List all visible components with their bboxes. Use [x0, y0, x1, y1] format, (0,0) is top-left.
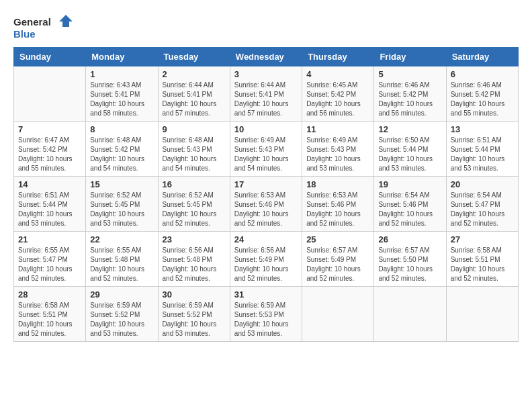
- day-number: 30: [163, 289, 226, 300]
- calendar-cell: 20Sunrise: 6:54 AMSunset: 5:47 PMDayligh…: [446, 177, 518, 232]
- weekday-header: Tuesday: [158, 48, 230, 66]
- day-info: Sunrise: 6:50 AMSunset: 5:44 PMDaylight:…: [378, 136, 441, 173]
- day-number: 24: [234, 234, 298, 244]
- calendar-cell: [14, 66, 86, 122]
- day-info: Sunrise: 6:59 AMSunset: 5:52 PMDaylight:…: [90, 301, 153, 338]
- day-info: Sunrise: 6:59 AMSunset: 5:52 PMDaylight:…: [163, 301, 226, 338]
- svg-marker-1: [59, 15, 73, 27]
- calendar-cell: 6Sunrise: 6:46 AMSunset: 5:42 PMDaylight…: [446, 66, 518, 122]
- calendar-cell: 19Sunrise: 6:54 AMSunset: 5:46 PMDayligh…: [374, 177, 446, 232]
- day-info: Sunrise: 6:46 AMSunset: 5:42 PMDaylight:…: [451, 81, 514, 118]
- calendar-cell: 4Sunrise: 6:45 AMSunset: 5:42 PMDaylight…: [302, 66, 374, 122]
- calendar-cell: 11Sunrise: 6:49 AMSunset: 5:43 PMDayligh…: [302, 122, 374, 177]
- calendar-cell: 16Sunrise: 6:52 AMSunset: 5:45 PMDayligh…: [158, 177, 230, 232]
- day-info: Sunrise: 6:48 AMSunset: 5:43 PMDaylight:…: [163, 136, 226, 173]
- calendar-cell: [446, 287, 518, 342]
- calendar-cell: 9Sunrise: 6:48 AMSunset: 5:43 PMDaylight…: [158, 122, 230, 177]
- day-info: Sunrise: 6:56 AMSunset: 5:49 PMDaylight:…: [234, 246, 298, 283]
- calendar-cell: 8Sunrise: 6:48 AMSunset: 5:42 PMDaylight…: [86, 122, 158, 177]
- calendar-cell: 3Sunrise: 6:44 AMSunset: 5:41 PMDaylight…: [230, 66, 302, 122]
- day-number: 4: [306, 69, 369, 79]
- svg-text:Blue: Blue: [13, 28, 36, 40]
- day-info: Sunrise: 6:52 AMSunset: 5:45 PMDaylight:…: [90, 191, 153, 228]
- calendar-cell: 18Sunrise: 6:53 AMSunset: 5:46 PMDayligh…: [302, 177, 374, 232]
- day-info: Sunrise: 6:48 AMSunset: 5:42 PMDaylight:…: [90, 136, 153, 173]
- calendar-cell: 26Sunrise: 6:57 AMSunset: 5:50 PMDayligh…: [374, 232, 446, 287]
- calendar-week-row: 28Sunrise: 6:58 AMSunset: 5:51 PMDayligh…: [14, 287, 519, 342]
- day-number: 19: [378, 179, 441, 189]
- weekday-header: Friday: [374, 48, 446, 66]
- weekday-header: Saturday: [446, 48, 518, 66]
- logo-icon: General Blue: [13, 13, 74, 40]
- day-number: 27: [451, 234, 514, 244]
- day-info: Sunrise: 6:44 AMSunset: 5:41 PMDaylight:…: [234, 81, 298, 118]
- day-number: 21: [18, 234, 81, 244]
- day-info: Sunrise: 6:46 AMSunset: 5:42 PMDaylight:…: [378, 81, 441, 118]
- day-number: 28: [18, 289, 81, 300]
- calendar-week-row: 7Sunrise: 6:47 AMSunset: 5:42 PMDaylight…: [14, 122, 519, 177]
- day-info: Sunrise: 6:43 AMSunset: 5:41 PMDaylight:…: [90, 81, 153, 118]
- day-number: 12: [378, 124, 441, 134]
- day-info: Sunrise: 6:53 AMSunset: 5:46 PMDaylight:…: [234, 191, 298, 228]
- calendar-cell: 10Sunrise: 6:49 AMSunset: 5:43 PMDayligh…: [230, 122, 302, 177]
- day-number: 13: [451, 124, 514, 134]
- calendar-cell: 24Sunrise: 6:56 AMSunset: 5:49 PMDayligh…: [230, 232, 302, 287]
- calendar-week-row: 21Sunrise: 6:55 AMSunset: 5:47 PMDayligh…: [14, 232, 519, 287]
- day-number: 3: [234, 69, 298, 79]
- calendar-cell: 14Sunrise: 6:51 AMSunset: 5:44 PMDayligh…: [14, 177, 86, 232]
- day-number: 31: [234, 289, 298, 300]
- calendar-cell: 12Sunrise: 6:50 AMSunset: 5:44 PMDayligh…: [374, 122, 446, 177]
- day-info: Sunrise: 6:47 AMSunset: 5:42 PMDaylight:…: [18, 136, 81, 173]
- day-info: Sunrise: 6:44 AMSunset: 5:41 PMDaylight:…: [163, 81, 226, 118]
- day-number: 16: [163, 179, 226, 189]
- day-number: 2: [163, 69, 226, 79]
- calendar-cell: 5Sunrise: 6:46 AMSunset: 5:42 PMDaylight…: [374, 66, 446, 122]
- day-info: Sunrise: 6:52 AMSunset: 5:45 PMDaylight:…: [163, 191, 226, 228]
- day-number: 17: [234, 179, 298, 189]
- calendar-cell: 2Sunrise: 6:44 AMSunset: 5:41 PMDaylight…: [158, 66, 230, 122]
- day-info: Sunrise: 6:58 AMSunset: 5:51 PMDaylight:…: [451, 246, 514, 283]
- calendar-cell: 30Sunrise: 6:59 AMSunset: 5:52 PMDayligh…: [158, 287, 230, 342]
- weekday-header: Thursday: [302, 48, 374, 66]
- day-info: Sunrise: 6:53 AMSunset: 5:46 PMDaylight:…: [306, 191, 369, 228]
- day-info: Sunrise: 6:59 AMSunset: 5:53 PMDaylight:…: [234, 301, 298, 338]
- day-info: Sunrise: 6:55 AMSunset: 5:47 PMDaylight:…: [18, 246, 81, 283]
- day-number: 1: [90, 69, 153, 79]
- weekday-header: Sunday: [14, 48, 86, 66]
- day-info: Sunrise: 6:57 AMSunset: 5:50 PMDaylight:…: [378, 246, 441, 283]
- day-info: Sunrise: 6:58 AMSunset: 5:51 PMDaylight:…: [18, 301, 81, 338]
- day-info: Sunrise: 6:45 AMSunset: 5:42 PMDaylight:…: [306, 81, 369, 118]
- day-number: 23: [163, 234, 226, 244]
- day-number: 18: [306, 179, 369, 189]
- day-number: 10: [234, 124, 298, 134]
- calendar-cell: 27Sunrise: 6:58 AMSunset: 5:51 PMDayligh…: [446, 232, 518, 287]
- day-number: 20: [451, 179, 514, 189]
- day-number: 25: [306, 234, 369, 244]
- day-number: 15: [90, 179, 153, 189]
- day-number: 9: [163, 124, 226, 134]
- calendar-cell: 13Sunrise: 6:51 AMSunset: 5:44 PMDayligh…: [446, 122, 518, 177]
- day-number: 11: [306, 124, 369, 134]
- calendar-cell: 31Sunrise: 6:59 AMSunset: 5:53 PMDayligh…: [230, 287, 302, 342]
- calendar-cell: 28Sunrise: 6:58 AMSunset: 5:51 PMDayligh…: [14, 287, 86, 342]
- calendar-cell: 29Sunrise: 6:59 AMSunset: 5:52 PMDayligh…: [86, 287, 158, 342]
- weekday-header: Monday: [86, 48, 158, 66]
- calendar-cell: 15Sunrise: 6:52 AMSunset: 5:45 PMDayligh…: [86, 177, 158, 232]
- calendar-cell: 21Sunrise: 6:55 AMSunset: 5:47 PMDayligh…: [14, 232, 86, 287]
- calendar-cell: 23Sunrise: 6:56 AMSunset: 5:48 PMDayligh…: [158, 232, 230, 287]
- calendar-week-row: 14Sunrise: 6:51 AMSunset: 5:44 PMDayligh…: [14, 177, 519, 232]
- day-number: 26: [378, 234, 441, 244]
- day-number: 22: [90, 234, 153, 244]
- day-info: Sunrise: 6:56 AMSunset: 5:48 PMDaylight:…: [163, 246, 226, 283]
- day-info: Sunrise: 6:54 AMSunset: 5:46 PMDaylight:…: [378, 191, 441, 228]
- day-info: Sunrise: 6:51 AMSunset: 5:44 PMDaylight:…: [18, 191, 81, 228]
- day-info: Sunrise: 6:49 AMSunset: 5:43 PMDaylight:…: [306, 136, 369, 173]
- page-header: General Blue: [13, 13, 519, 40]
- calendar-cell: 7Sunrise: 6:47 AMSunset: 5:42 PMDaylight…: [14, 122, 86, 177]
- day-info: Sunrise: 6:51 AMSunset: 5:44 PMDaylight:…: [451, 136, 514, 173]
- day-number: 6: [451, 69, 514, 79]
- calendar-week-row: 1Sunrise: 6:43 AMSunset: 5:41 PMDaylight…: [14, 66, 519, 122]
- day-info: Sunrise: 6:57 AMSunset: 5:49 PMDaylight:…: [306, 246, 369, 283]
- day-info: Sunrise: 6:55 AMSunset: 5:48 PMDaylight:…: [90, 246, 153, 283]
- calendar-cell: 1Sunrise: 6:43 AMSunset: 5:41 PMDaylight…: [86, 66, 158, 122]
